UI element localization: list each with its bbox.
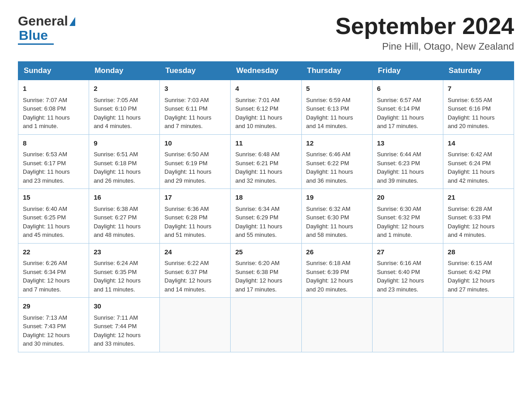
day-number: 14 (448, 138, 509, 149)
day-cell-15: 15Sunrise: 6:40 AMSunset: 6:25 PMDayligh… (18, 189, 89, 244)
day-info-line-1: Sunrise: 6:24 AM (94, 259, 155, 268)
day-info-line-1: Sunrise: 6:34 AM (235, 205, 296, 214)
day-info-line-4: and 27 minutes. (448, 285, 509, 294)
day-number: 29 (23, 301, 84, 312)
day-info-line-2: Sunset: 6:30 PM (306, 213, 368, 222)
location-subtitle: Pine Hill, Otago, New Zealand (335, 41, 514, 52)
day-info-line-3: Daylight: 12 hours (448, 276, 509, 285)
empty-cell (231, 298, 301, 352)
day-cell-19: 19Sunrise: 6:32 AMSunset: 6:30 PMDayligh… (301, 189, 372, 244)
day-info-line-2: Sunset: 6:29 PM (235, 213, 296, 222)
day-info-line-2: Sunset: 6:37 PM (164, 268, 226, 277)
day-info-line-1: Sunrise: 6:38 AM (94, 205, 155, 214)
day-info-line-1: Sunrise: 7:03 AM (164, 96, 226, 105)
day-number: 22 (23, 247, 84, 257)
week-row-5: 29Sunrise: 7:13 AMSunset: 7:43 PMDayligh… (18, 298, 514, 352)
day-info-line-3: Daylight: 11 hours (377, 167, 438, 176)
day-number: 24 (164, 247, 226, 257)
day-info-line-1: Sunrise: 6:16 AM (377, 259, 438, 268)
day-info-line-2: Sunset: 7:44 PM (94, 322, 155, 331)
day-info-line-4: and 58 minutes. (306, 231, 368, 240)
day-info-line-3: Daylight: 12 hours (377, 276, 438, 285)
calendar-header-row: SundayMondayTuesdayWednesdayThursdayFrid… (18, 62, 514, 80)
day-cell-16: 16Sunrise: 6:38 AMSunset: 6:27 PMDayligh… (89, 189, 160, 244)
day-info-line-1: Sunrise: 6:26 AM (23, 259, 84, 268)
day-info-line-1: Sunrise: 6:57 AM (377, 96, 438, 105)
day-info-line-3: Daylight: 11 hours (306, 167, 368, 176)
day-info-line-4: and 42 minutes. (448, 176, 509, 185)
empty-cell (443, 298, 514, 352)
day-cell-14: 14Sunrise: 6:42 AMSunset: 6:24 PMDayligh… (443, 134, 514, 189)
day-info-line-1: Sunrise: 6:53 AM (23, 150, 84, 159)
day-info-line-2: Sunset: 6:24 PM (448, 159, 509, 168)
day-number: 8 (23, 138, 84, 149)
day-info-line-3: Daylight: 11 hours (235, 113, 296, 122)
day-info-line-2: Sunset: 6:42 PM (448, 268, 509, 277)
day-number: 5 (306, 84, 368, 94)
day-info-line-4: and 32 minutes. (235, 176, 296, 185)
day-number: 21 (448, 193, 509, 203)
day-info-line-2: Sunset: 6:22 PM (306, 159, 368, 168)
day-cell-6: 6Sunrise: 6:57 AMSunset: 6:14 PMDaylight… (372, 80, 443, 135)
day-header-sunday: Sunday (18, 62, 89, 80)
day-info-line-4: and 23 minutes. (377, 285, 438, 294)
day-info-line-4: and 1 minute. (23, 122, 84, 131)
week-row-2: 8Sunrise: 6:53 AMSunset: 6:17 PMDaylight… (18, 134, 514, 189)
day-info-line-1: Sunrise: 6:55 AM (448, 96, 509, 105)
day-info-line-4: and 20 minutes. (448, 122, 509, 131)
day-info-line-3: Daylight: 11 hours (164, 113, 226, 122)
day-info-line-3: Daylight: 11 hours (377, 113, 438, 122)
day-info-line-4: and 20 minutes. (306, 285, 368, 294)
day-number: 28 (448, 247, 509, 257)
day-info-line-1: Sunrise: 6:44 AM (377, 150, 438, 159)
day-cell-24: 24Sunrise: 6:22 AMSunset: 6:37 PMDayligh… (160, 243, 231, 298)
day-info-line-4: and 4 minutes. (94, 122, 155, 131)
day-info-line-3: Daylight: 11 hours (164, 167, 226, 176)
day-info-line-1: Sunrise: 6:59 AM (306, 96, 368, 105)
day-info-line-3: Daylight: 12 hours (23, 276, 84, 285)
week-row-4: 22Sunrise: 6:26 AMSunset: 6:34 PMDayligh… (18, 243, 514, 298)
day-cell-8: 8Sunrise: 6:53 AMSunset: 6:17 PMDaylight… (18, 134, 89, 189)
day-info-line-2: Sunset: 6:16 PM (448, 104, 509, 113)
day-number: 17 (164, 193, 226, 203)
day-info-line-4: and 26 minutes. (94, 176, 155, 185)
day-info-line-3: Daylight: 11 hours (94, 113, 155, 122)
day-info-line-4: and 55 minutes. (235, 231, 296, 240)
day-cell-17: 17Sunrise: 6:36 AMSunset: 6:28 PMDayligh… (160, 189, 231, 244)
day-header-friday: Friday (372, 62, 443, 80)
day-info-line-3: Daylight: 12 hours (164, 276, 226, 285)
day-info-line-2: Sunset: 6:35 PM (94, 268, 155, 277)
day-info-line-1: Sunrise: 6:30 AM (377, 205, 438, 214)
day-cell-30: 30Sunrise: 7:11 AMSunset: 7:44 PMDayligh… (89, 298, 160, 352)
day-cell-10: 10Sunrise: 6:50 AMSunset: 6:19 PMDayligh… (160, 134, 231, 189)
day-header-monday: Monday (89, 62, 160, 80)
day-cell-2: 2Sunrise: 7:05 AMSunset: 6:10 PMDaylight… (89, 80, 160, 135)
month-year-title: September 2024 (335, 13, 514, 39)
day-info-line-3: Daylight: 12 hours (94, 331, 155, 340)
day-info-line-2: Sunset: 6:38 PM (235, 268, 296, 277)
day-info-line-2: Sunset: 6:33 PM (448, 213, 509, 222)
day-info-line-4: and 33 minutes. (94, 339, 155, 348)
day-info-line-2: Sunset: 6:13 PM (306, 104, 368, 113)
day-info-line-3: Daylight: 11 hours (235, 222, 296, 231)
day-info-line-4: and 39 minutes. (377, 176, 438, 185)
day-info-line-1: Sunrise: 6:50 AM (164, 150, 226, 159)
day-info-line-4: and 48 minutes. (94, 231, 155, 240)
day-info-line-1: Sunrise: 6:32 AM (306, 205, 368, 214)
logo-general-text: General (18, 13, 68, 29)
day-info-line-4: and 17 minutes. (377, 122, 438, 131)
day-info-line-1: Sunrise: 6:28 AM (448, 205, 509, 214)
day-number: 23 (94, 247, 155, 257)
day-info-line-4: and 10 minutes. (235, 122, 296, 131)
day-info-line-4: and 7 minutes. (23, 285, 84, 294)
day-info-line-2: Sunset: 6:34 PM (23, 268, 84, 277)
day-info-line-2: Sunset: 6:23 PM (377, 159, 438, 168)
day-info-line-3: Daylight: 11 hours (448, 167, 509, 176)
day-info-line-2: Sunset: 6:11 PM (164, 104, 226, 113)
day-number: 4 (235, 84, 296, 94)
day-info-line-3: Daylight: 11 hours (306, 113, 368, 122)
day-number: 2 (94, 84, 155, 94)
day-number: 27 (377, 247, 438, 257)
day-number: 1 (23, 84, 84, 94)
day-number: 26 (306, 247, 368, 257)
